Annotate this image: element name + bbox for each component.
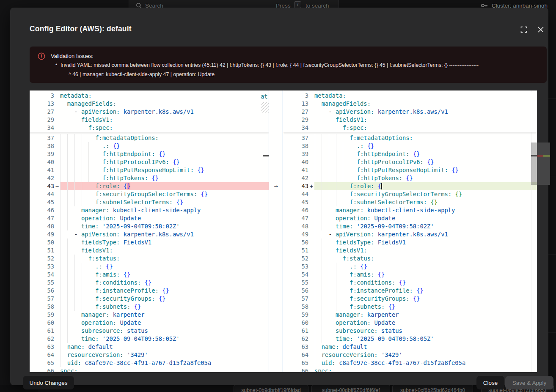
indent-guide xyxy=(315,255,315,263)
background-row-line xyxy=(548,254,556,255)
indent-guide xyxy=(67,198,68,206)
indent-guide xyxy=(88,150,89,158)
indent-guide xyxy=(322,255,322,263)
indent-guide xyxy=(329,158,329,166)
line-number: 66 xyxy=(30,367,54,372)
diff-sign xyxy=(308,247,314,255)
indent-guide xyxy=(67,311,68,319)
indent-guide xyxy=(322,335,322,343)
indent-guide xyxy=(315,351,315,359)
code-line: 38.: {} xyxy=(30,142,269,150)
undo-changes-button[interactable]: Undo Changes xyxy=(23,376,74,389)
indent-guide xyxy=(322,327,322,335)
indent-guide xyxy=(315,279,315,287)
code-line: 27- apiVersion: karpenter.k8s.aws/v1 xyxy=(283,108,537,116)
diff-overview-viewport[interactable] xyxy=(537,143,550,185)
indent-guide xyxy=(315,303,315,311)
diff-sign xyxy=(54,263,60,271)
code-line: 65uid: c8afe97e-38cc-4f91-a767-d15f2a8fe… xyxy=(30,359,269,367)
code-line: 59manager: karpenter xyxy=(283,311,537,319)
diff-sign xyxy=(308,92,314,100)
line-number: 52 xyxy=(30,255,54,263)
indent-guide xyxy=(315,134,315,142)
right-scrollbar-thumb[interactable] xyxy=(531,143,537,185)
diff-pane-original[interactable]: 37f:metadataOptions:38.: {}39f:httpEndpo… xyxy=(30,90,269,372)
indent-guide xyxy=(315,335,315,343)
code-line: 45f:subnetSelectorTerms: {} xyxy=(30,198,269,206)
indent-guide xyxy=(329,198,329,206)
line-number: 63 xyxy=(30,343,54,351)
diff-editor-sash[interactable] xyxy=(269,90,283,372)
close-button[interactable]: Close xyxy=(476,376,504,389)
indent-guide xyxy=(61,271,61,279)
indent-guide xyxy=(74,182,75,190)
yaml-diff-editor[interactable]: 37f:metadataOptions:38.: {}39f:httpEndpo… xyxy=(30,90,537,372)
indent-guide xyxy=(329,303,329,311)
indent-guide xyxy=(322,311,322,319)
indent-guide xyxy=(322,182,322,190)
indent-guide xyxy=(336,174,336,182)
line-number: 13 xyxy=(283,100,308,108)
line-number: 51 xyxy=(283,247,308,255)
diff-sign xyxy=(54,92,60,100)
code-line: 42f:httpTokens: {} xyxy=(283,174,537,182)
indent-guide xyxy=(82,263,82,271)
indent-guide xyxy=(61,255,61,263)
line-number: 51 xyxy=(30,247,54,255)
indent-guide xyxy=(61,263,61,271)
diff-sign xyxy=(54,222,60,230)
diff-sign xyxy=(54,142,60,150)
diff-sign xyxy=(308,343,314,351)
indent-guide xyxy=(61,311,61,319)
line-number: 52 xyxy=(283,255,308,263)
close-icon[interactable] xyxy=(537,26,545,34)
indent-guide xyxy=(322,198,322,206)
indent-guide xyxy=(343,158,343,166)
line-number: 46 xyxy=(30,206,54,214)
line-number: 40 xyxy=(30,158,54,166)
indent-guide xyxy=(61,134,61,142)
indent-guide xyxy=(315,238,315,247)
diff-pane-modified[interactable]: 37f:metadataOptions:38.: {}39f:httpEndpo… xyxy=(283,90,537,372)
code-line: 44f:securityGroupSelectorTerms: {} xyxy=(30,190,269,198)
diff-sign xyxy=(54,134,60,142)
diff-sign xyxy=(308,230,314,238)
indent-guide xyxy=(322,174,322,182)
code-line: 46manager: kubectl-client-side-apply xyxy=(283,206,537,214)
indent-guide xyxy=(61,158,61,166)
code-line: 54f:amis: {} xyxy=(283,271,537,279)
indent-guide xyxy=(61,142,61,150)
indent-guide xyxy=(315,359,315,367)
code-line: 29fieldsV1: xyxy=(30,116,269,124)
indent-guide xyxy=(61,190,61,198)
code-line: 46manager: kubectl-client-side-apply xyxy=(30,206,269,214)
indent-guide xyxy=(322,319,322,327)
expand-icon[interactable] xyxy=(520,26,528,34)
diff-sign xyxy=(308,222,314,230)
diff-sign xyxy=(54,359,60,367)
indent-guide xyxy=(329,263,329,271)
indent-guide xyxy=(336,134,336,142)
indent-guide xyxy=(315,343,315,351)
code-line: 39f:httpEndpoint: {} xyxy=(283,150,537,158)
indent-guide xyxy=(336,263,336,271)
indent-guide xyxy=(322,303,322,311)
diff-sign xyxy=(54,166,60,174)
indent-guide xyxy=(67,206,68,214)
code-line: 64resourceVersion: '3429' xyxy=(30,351,269,359)
slash-key-badge: / xyxy=(294,1,301,8)
code-line: 62time: '2025-09-04T09:58:05Z' xyxy=(30,335,269,343)
revert-change-arrow-icon[interactable]: → xyxy=(270,182,281,190)
line-number: 38 xyxy=(283,142,308,150)
line-number: 55 xyxy=(30,279,54,287)
indent-guide xyxy=(61,150,61,158)
diff-sign xyxy=(54,214,60,222)
code-line: 58f:subnets: {} xyxy=(283,303,537,311)
line-number: 65 xyxy=(30,359,54,367)
diff-sign xyxy=(54,311,60,319)
code-line: 60operation: Update xyxy=(30,319,269,327)
indent-guide xyxy=(82,150,82,158)
indent-guide xyxy=(82,182,82,190)
line-number: 54 xyxy=(30,271,54,279)
indent-guide xyxy=(343,142,343,150)
